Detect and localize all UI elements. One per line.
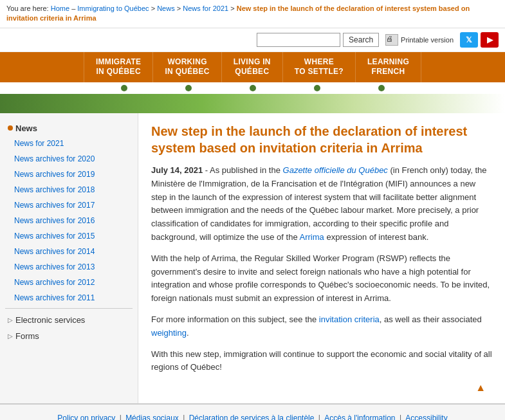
- nav-living[interactable]: LIVING IN QUÉBEC: [222, 52, 283, 82]
- footer-links: Policy on privacy | Médias sociaux | Déc…: [6, 414, 499, 420]
- nav-dot-1: [121, 85, 127, 91]
- footer-link-declaration[interactable]: Déclaration de services à la clientèle: [189, 414, 315, 420]
- article-paragraph-1: July 14, 2021 - As published in the Gaze…: [151, 164, 492, 244]
- scroll-up-arrow[interactable]: ▲: [151, 382, 492, 394]
- search-form: Search: [257, 33, 379, 47]
- top-bar: Search 🖨 Printable version 𝕏 ▶: [0, 28, 505, 52]
- nav-dot-5: [378, 85, 385, 91]
- top-decoration: [0, 94, 505, 113]
- list-item: News archives for 2013: [0, 259, 138, 275]
- gazette-link[interactable]: Gazette officielle du Québec: [283, 165, 388, 175]
- nav-learning[interactable]: LEARNING FRENCH: [356, 52, 421, 82]
- list-item: News archives for 2017: [0, 197, 138, 213]
- sidebar-forms[interactable]: ▷ Forms: [0, 327, 138, 343]
- nav-dot-3: [250, 85, 256, 91]
- list-item: News for 2021: [0, 136, 138, 151]
- sidebar-link-2015[interactable]: News archives for 2015: [0, 228, 138, 244]
- article-title: New step in the launch of the declaratio…: [151, 123, 492, 156]
- arrima-link-1[interactable]: Arrima: [300, 232, 324, 242]
- nav-dot-4: [314, 85, 320, 91]
- list-item: News archives for 2016: [0, 213, 138, 228]
- sidebar-link-2012[interactable]: News archives for 2012: [0, 275, 138, 290]
- chevron-right-icon: ▷: [8, 316, 13, 324]
- print-button[interactable]: 🖨 Printable version: [385, 34, 454, 46]
- article-body: July 14, 2021 - As published in the Gaze…: [151, 164, 492, 374]
- article-paragraph-3: For more information on this subject, se…: [151, 313, 492, 340]
- main-layout: News News for 2021 News archives for 202…: [0, 113, 505, 403]
- sidebar-link-2019[interactable]: News archives for 2019: [0, 167, 138, 182]
- article-paragraph-2: With the help of Arrima, the Regular Ski…: [151, 252, 492, 306]
- sidebar-link-2020[interactable]: News archives for 2020: [0, 151, 138, 167]
- list-item: News archives for 2015: [0, 228, 138, 244]
- nav-where[interactable]: WHERE TO SETTLE?: [283, 52, 356, 82]
- search-input[interactable]: [257, 33, 340, 47]
- article-paragraph-4: With this new step, immigration will con…: [151, 348, 492, 375]
- sidebar-link-2021[interactable]: News for 2021: [0, 136, 138, 151]
- breadcrumb-news-2021[interactable]: News for 2021: [183, 5, 228, 12]
- list-item: News archives for 2019: [0, 167, 138, 182]
- sidebar: News News for 2021 News archives for 202…: [0, 113, 138, 403]
- list-item: News archives for 2014: [0, 244, 138, 259]
- sidebar-link-2014[interactable]: News archives for 2014: [0, 244, 138, 259]
- nav-dot-2: [185, 85, 192, 91]
- social-icons: 𝕏 ▶: [460, 32, 499, 48]
- chevron-right-icon: ▷: [8, 333, 13, 340]
- breadcrumb-you-are-here: You are here:: [6, 5, 49, 12]
- list-item: News archives for 2020: [0, 151, 138, 167]
- content-area: New step in the launch of the declaratio…: [138, 113, 505, 403]
- weighting-link[interactable]: weighting: [151, 328, 187, 338]
- twitter-icon[interactable]: 𝕏: [460, 32, 478, 48]
- sidebar-link-2013[interactable]: News archives for 2013: [0, 259, 138, 275]
- sidebar-link-2018[interactable]: News archives for 2018: [0, 182, 138, 197]
- nav-working[interactable]: WORKING IN QUÉBEC: [153, 52, 221, 82]
- breadcrumb-news[interactable]: News: [157, 5, 175, 12]
- print-label: Printable version: [401, 36, 454, 44]
- breadcrumb-home[interactable]: Home: [51, 5, 69, 12]
- youtube-icon[interactable]: ▶: [481, 32, 499, 48]
- sidebar-news-title: News: [0, 120, 138, 136]
- main-nav: IMMIGRATE IN QUÉBEC WORKING IN QUÉBEC LI…: [0, 52, 505, 82]
- gazette-text: Gazette officielle du Québec: [283, 165, 388, 175]
- printer-icon: 🖨: [385, 34, 398, 46]
- nav-dots: [0, 82, 505, 94]
- article-date: July 14, 2021: [151, 165, 203, 175]
- list-item: News archives for 2018: [0, 182, 138, 197]
- footer-link-accessibility[interactable]: Accessibility: [405, 414, 447, 420]
- sidebar-link-2017[interactable]: News archives for 2017: [0, 197, 138, 213]
- breadcrumb-immigrating[interactable]: Immigrating to Québec: [77, 5, 149, 12]
- sidebar-link-2016[interactable]: News archives for 2016: [0, 213, 138, 228]
- footer-link-privacy[interactable]: Policy on privacy: [57, 414, 115, 420]
- footer: Policy on privacy | Médias sociaux | Déc…: [0, 403, 505, 420]
- list-item: News archives for 2012: [0, 275, 138, 290]
- footer-link-social[interactable]: Médias sociaux: [125, 414, 179, 420]
- footer-link-acces[interactable]: Accès à l'information: [324, 414, 395, 420]
- nav-immigrate[interactable]: IMMIGRATE IN QUÉBEC: [84, 52, 153, 82]
- sidebar-bullet: [8, 125, 13, 131]
- list-item: News archives for 2011: [0, 290, 138, 306]
- sidebar-electronic-services[interactable]: ▷ Electronic services: [0, 311, 138, 327]
- sidebar-link-2011[interactable]: News archives for 2011: [0, 290, 138, 306]
- invitation-criteria-link[interactable]: invitation criteria: [319, 315, 380, 324]
- breadcrumb: You are here: Home – Immigrating to Québ…: [0, 0, 505, 28]
- sidebar-links: News for 2021 News archives for 2020 New…: [0, 136, 138, 306]
- sidebar-divider: [5, 308, 133, 309]
- search-button[interactable]: Search: [343, 33, 379, 47]
